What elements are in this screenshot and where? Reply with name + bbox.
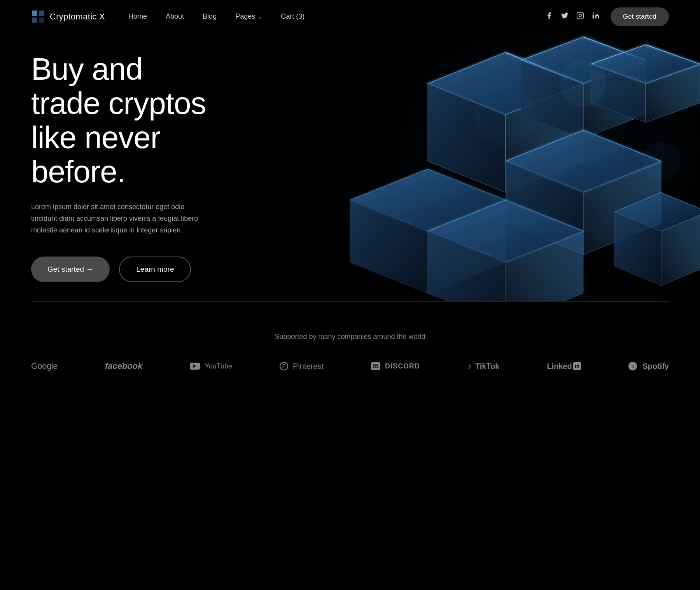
- navbar: Cryptomatic X Home About Blog Pages ⌄ Ca…: [0, 0, 700, 33]
- nav-links: Home About Blog Pages ⌄ Cart (3): [128, 12, 304, 21]
- nav-left: Cryptomatic X Home About Blog Pages ⌄ Ca…: [31, 10, 304, 24]
- youtube-icon: [190, 363, 200, 370]
- svg-point-6: [592, 12, 593, 14]
- svg-rect-4: [577, 12, 583, 19]
- svg-rect-0: [32, 10, 37, 16]
- hero-buttons: Get started → Learn more: [31, 257, 210, 282]
- nav-blog[interactable]: Blog: [203, 12, 217, 20]
- facebook-icon[interactable]: [545, 12, 553, 21]
- nav-cart[interactable]: Cart (3): [281, 12, 304, 20]
- tiktok-icon: ♪: [467, 362, 471, 371]
- svg-point-32: [560, 60, 607, 107]
- linkedin-text: Linkedin: [547, 362, 581, 371]
- svg-rect-1: [39, 10, 44, 16]
- svg-rect-2: [32, 17, 37, 23]
- instagram-icon[interactable]: [576, 12, 584, 21]
- youtube-logo: YouTube: [190, 362, 232, 370]
- facebook-text: facebook: [105, 361, 143, 371]
- social-icons: [545, 12, 600, 21]
- pinterest-logo: P Pinterest: [280, 362, 324, 371]
- google-logo: Google: [31, 361, 58, 371]
- brand-logo-icon: [31, 10, 45, 24]
- get-started-nav-button[interactable]: Get started: [611, 7, 669, 26]
- partners-section: Supported by many companies around the w…: [0, 302, 700, 410]
- nav-pages[interactable]: Pages ⌄: [235, 12, 262, 21]
- tiktok-logo: ♪ TikTok: [467, 362, 500, 371]
- linkedin-logo: Linkedin: [547, 362, 581, 371]
- brand-logo-link[interactable]: Cryptomatic X: [31, 10, 105, 24]
- partners-label: Supported by many companies around the w…: [31, 333, 669, 341]
- hero-content: Buy and trade cryptos like never before.…: [0, 52, 241, 282]
- youtube-text: YouTube: [205, 362, 232, 370]
- hero-title: Buy and trade cryptos like never before.: [31, 52, 210, 189]
- pinterest-text: Pinterest: [293, 362, 324, 371]
- get-started-button[interactable]: Get started →: [31, 257, 110, 282]
- discord-icon: [371, 362, 380, 370]
- hero-image: [319, 33, 700, 301]
- twitter-icon[interactable]: [561, 12, 569, 21]
- learn-more-button[interactable]: Learn more: [119, 257, 191, 282]
- spotify-text: Spotify: [642, 362, 669, 371]
- brand-name: Cryptomatic X: [50, 12, 105, 22]
- discord-text: DISCORD: [385, 362, 420, 370]
- svg-rect-3: [39, 17, 44, 23]
- spotify-logo: Spotify: [628, 362, 669, 371]
- nav-home[interactable]: Home: [128, 12, 147, 20]
- google-text: Google: [31, 361, 58, 371]
- hero-section: Buy and trade cryptos like never before.…: [0, 33, 700, 301]
- svg-point-34: [642, 142, 681, 181]
- spotify-icon: [628, 362, 637, 370]
- hero-subtitle: Lorem ipsum dolor sit amet consectetur e…: [31, 201, 210, 236]
- chevron-down-icon: ⌄: [257, 14, 262, 20]
- discord-logo: DISCORD: [371, 362, 420, 370]
- linkedin-icon[interactable]: [592, 12, 600, 21]
- nav-about[interactable]: About: [166, 12, 184, 20]
- partners-grid: Google facebook YouTube P Pinterest DISC…: [31, 361, 669, 371]
- pinterest-icon: P: [280, 362, 288, 370]
- tiktok-text: TikTok: [475, 362, 500, 371]
- svg-point-33: [474, 84, 537, 146]
- facebook-logo: facebook: [105, 361, 143, 371]
- nav-right: Get started: [545, 7, 669, 26]
